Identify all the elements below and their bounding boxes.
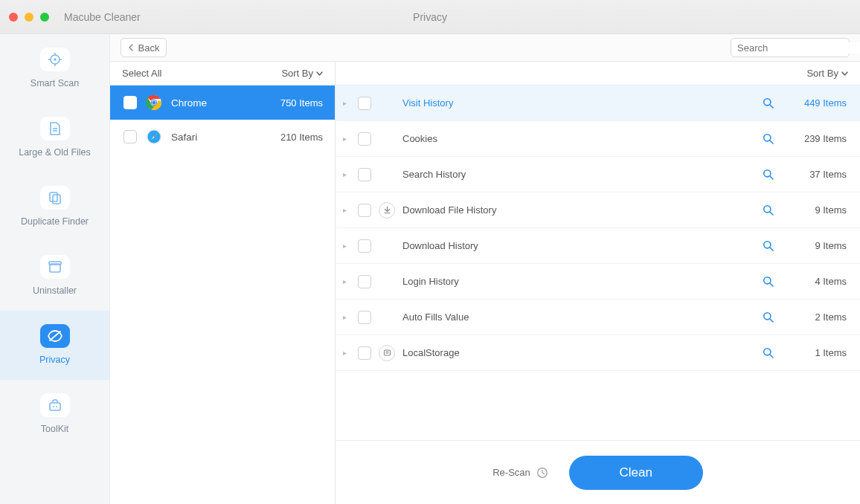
sidebar-item-label: Smart Scan — [31, 78, 79, 88]
browser-name: Chrome — [171, 97, 272, 109]
checkbox[interactable] — [358, 311, 371, 324]
checkbox[interactable] — [358, 239, 371, 253]
browser-list: Chrome750 ItemsSafari210 Items — [110, 85, 335, 504]
category-row-auto-fills-value[interactable]: ▸Auto Fills Value2 Items — [336, 300, 860, 335]
sidebar-item-privacy[interactable]: Privacy — [0, 311, 109, 380]
inspect-icon[interactable] — [757, 133, 780, 144]
browser-row-safari[interactable]: Safari210 Items — [110, 120, 335, 154]
copy-icon — [40, 186, 70, 210]
expand-caret[interactable]: ▸ — [343, 242, 350, 250]
browser-row-chrome[interactable]: Chrome750 Items — [110, 85, 335, 120]
chevron-down-icon — [841, 71, 848, 76]
checkbox[interactable] — [358, 346, 371, 360]
minimize-window-button[interactable] — [25, 13, 33, 22]
svg-point-1 — [54, 58, 57, 61]
inspect-icon[interactable] — [757, 311, 780, 323]
back-label: Back — [138, 42, 160, 54]
category-row-download-history[interactable]: ▸Download History9 Items — [336, 228, 860, 264]
footer: Re-Scan Clean — [336, 440, 860, 504]
browser-count: 750 Items — [280, 97, 323, 109]
expand-caret[interactable]: ▸ — [343, 206, 350, 214]
category-count: 449 Items — [787, 97, 847, 109]
category-row-cookies[interactable]: ▸Cookies239 Items — [336, 121, 860, 157]
category-name: Auto Fills Value — [402, 311, 749, 323]
expand-caret[interactable]: ▸ — [343, 170, 350, 178]
browsers-pane: Select All Sort By Chrome750 ItemsSafari… — [110, 62, 336, 504]
svg-point-21 — [152, 100, 155, 104]
browser-count: 210 Items — [280, 132, 323, 143]
svg-line-36 — [770, 283, 773, 286]
chrome-icon — [146, 94, 162, 111]
category-count: 2 Items — [787, 311, 847, 323]
sidebar-item-smart-scan[interactable]: Smart Scan — [0, 34, 109, 103]
svg-line-12 — [50, 332, 60, 340]
toolbar: Back — [110, 34, 860, 62]
app-title: Macube Cleaner — [64, 11, 141, 23]
file-icon — [40, 117, 70, 140]
inspect-icon[interactable] — [757, 204, 780, 216]
search-box[interactable] — [731, 38, 850, 57]
sidebar-item-large-old-files[interactable]: Large & Old Files — [0, 103, 109, 172]
expand-caret[interactable]: ▸ — [343, 313, 350, 321]
checkbox[interactable] — [123, 130, 137, 143]
select-all-label[interactable]: Select All — [122, 68, 161, 79]
category-row-login-history[interactable]: ▸Login History4 Items — [336, 264, 860, 300]
category-name: Cookies — [402, 133, 749, 144]
sidebar-item-toolkit[interactable]: ToolKit — [0, 380, 109, 449]
category-row-localstorage[interactable]: ▸LocalStorage1 Items — [336, 335, 860, 371]
details-header: Sort By — [336, 62, 860, 85]
svg-rect-9 — [53, 195, 60, 204]
expand-caret[interactable]: ▸ — [343, 277, 350, 285]
rescan-button[interactable]: Re-Scan — [492, 467, 548, 479]
browsers-sort-by[interactable]: Sort By — [281, 68, 323, 79]
inspect-icon[interactable] — [757, 169, 780, 180]
inspect-icon[interactable] — [757, 97, 780, 109]
expand-caret[interactable]: ▸ — [343, 135, 350, 143]
maximize-window-button[interactable] — [40, 13, 49, 22]
svg-rect-11 — [49, 262, 61, 265]
chevron-left-icon — [128, 44, 134, 51]
svg-line-43 — [770, 355, 773, 358]
eye-off-icon — [40, 324, 70, 348]
browser-name: Safari — [171, 132, 272, 143]
sidebar-item-label: ToolKit — [41, 424, 69, 434]
window-controls — [9, 13, 49, 22]
svg-point-14 — [53, 406, 54, 407]
checkbox[interactable] — [358, 204, 371, 217]
chevron-down-icon — [316, 71, 323, 76]
category-row-visit-history[interactable]: ▸Visit History449 Items — [336, 85, 860, 121]
category-count: 37 Items — [787, 169, 847, 180]
category-count: 9 Items — [787, 240, 847, 251]
svg-line-38 — [770, 319, 773, 322]
expand-caret[interactable]: ▸ — [343, 349, 350, 357]
sidebar: Smart ScanLarge & Old FilesDuplicate Fin… — [0, 34, 110, 504]
checkbox[interactable] — [358, 132, 371, 146]
sidebar-item-uninstaller[interactable]: Uninstaller — [0, 242, 109, 311]
titlebar: Macube Cleaner Privacy — [0, 0, 860, 34]
inspect-icon[interactable] — [757, 276, 780, 287]
inspect-icon[interactable] — [757, 240, 780, 251]
checkbox[interactable] — [358, 275, 371, 288]
category-count: 9 Items — [787, 204, 847, 216]
svg-line-32 — [770, 212, 773, 215]
close-window-button[interactable] — [9, 13, 18, 22]
toolbox-icon — [40, 393, 70, 417]
back-button[interactable]: Back — [121, 38, 167, 57]
checkbox[interactable] — [123, 96, 137, 109]
category-row-download-file-history[interactable]: ▸Download File History9 Items — [336, 193, 860, 228]
download-circle-icon — [379, 202, 395, 219]
sidebar-item-label: Large & Old Files — [19, 147, 91, 158]
search-input[interactable] — [737, 42, 860, 54]
svg-rect-13 — [50, 403, 60, 410]
category-row-search-history[interactable]: ▸Search History37 Items — [336, 157, 860, 193]
inspect-icon[interactable] — [757, 347, 780, 358]
sidebar-item-duplicate-finder[interactable]: Duplicate Finder — [0, 172, 109, 242]
category-count: 239 Items — [787, 133, 847, 144]
details-sort-by[interactable]: Sort By — [806, 68, 848, 79]
checkbox[interactable] — [358, 168, 371, 181]
checkbox[interactable] — [358, 97, 371, 110]
expand-caret[interactable]: ▸ — [343, 99, 350, 107]
svg-line-27 — [770, 140, 773, 143]
box-icon — [40, 255, 70, 279]
clean-button[interactable]: Clean — [569, 456, 703, 490]
